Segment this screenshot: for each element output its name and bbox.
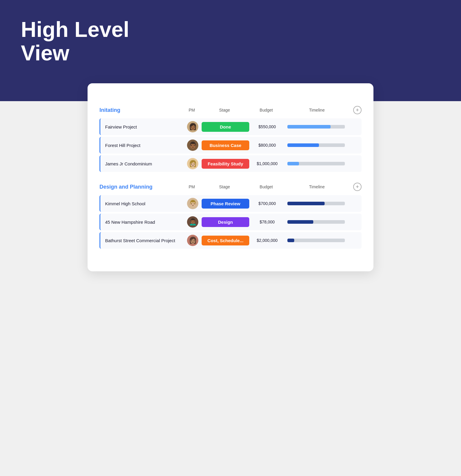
timeline-bar-fill [287,239,294,242]
project-name: James Jr Condominium [100,161,184,166]
col-label-stage: Stage [201,108,248,112]
col-label-pm: PM [183,108,201,112]
card-header [99,94,362,96]
project-name: Bathurst Street Commercial Project [100,238,184,243]
main-card: InitatingPMStageBudgetTimeline+Fairview … [88,83,373,271]
avatar: 👨🏼 [187,198,198,209]
stage-badge: Cost, Schedule... [202,236,249,245]
timeline-bar [285,202,350,205]
timeline-bar-background [287,220,345,224]
col-label-pm: PM [183,184,201,189]
section-title-design-planning: Design and Planning [99,184,183,190]
timeline-bar [285,220,350,224]
budget-value: $800,000 [249,143,285,148]
table-row[interactable]: Bathurst Street Commercial Project👩🏽Cost… [99,232,362,249]
timeline-bar-fill [287,143,319,147]
timeline-bar [285,162,350,165]
add-project-button-design-planning[interactable]: + [353,183,362,191]
col-label-budget: Budget [248,108,284,112]
avatar: 👩🏽 [187,235,198,246]
more-options-button[interactable] [357,94,362,96]
timeline-bar-background [287,125,345,129]
avatar: 👨🏾 [187,140,198,151]
table-row[interactable]: Kimmel High School👨🏼Phase Review$700,000 [99,195,362,212]
hero-title: High LevelView [21,18,129,65]
section-design-planning: Design and PlanningPMStageBudgetTimeline… [99,183,362,249]
timeline-bar-fill [287,220,313,224]
timeline-bar-background [287,239,345,242]
budget-value: $2,000,000 [249,238,285,243]
project-name: Kimmel High School [100,201,184,206]
stage-badge: Done [202,122,249,132]
budget-value: $700,000 [249,201,285,206]
col-label-stage: Stage [201,184,248,189]
sections-container: InitatingPMStageBudgetTimeline+Fairview … [99,106,362,249]
avatar: 👩🏼 [187,158,198,169]
table-row[interactable]: Fairview Project👩🏾Done$550,000 [99,118,362,135]
timeline-bar-background [287,143,345,147]
budget-value: $1,000,000 [249,161,285,166]
add-project-button-initiating[interactable]: + [353,106,362,114]
timeline-bar-fill [287,202,325,205]
project-name: Fairview Project [100,124,184,129]
timeline-bar [285,143,350,147]
avatar: 👩🏾 [187,121,198,132]
stage-badge: Design [202,217,249,227]
project-name: 45 New Hampshire Road [100,220,184,225]
timeline-bar-fill [287,125,331,129]
timeline-bar-background [287,162,345,165]
col-label-timeline: Timeline [284,184,350,189]
table-row[interactable]: James Jr Condominium👩🏼Feasibility Study$… [99,155,362,172]
section-header-initiating: InitatingPMStageBudgetTimeline+ [99,106,362,115]
project-name: Forest Hill Project [100,143,184,148]
timeline-bar [285,125,350,129]
timeline-bar [285,239,350,242]
section-header-design-planning: Design and PlanningPMStageBudgetTimeline… [99,183,362,192]
stage-badge: Phase Review [202,199,249,209]
timeline-bar-background [287,202,345,205]
col-label-timeline: Timeline [284,108,350,112]
section-initiating: InitatingPMStageBudgetTimeline+Fairview … [99,106,362,172]
section-title-initiating: Initating [99,107,183,113]
col-label-budget: Budget [248,184,284,189]
card-wrapper: InitatingPMStageBudgetTimeline+Fairview … [0,83,461,271]
budget-value: $550,000 [249,124,285,129]
table-row[interactable]: Forest Hill Project👨🏾Business Case$800,0… [99,137,362,154]
budget-value: $78,000 [249,220,285,224]
timeline-bar-fill [287,162,299,165]
stage-badge: Feasibility Study [202,159,249,169]
stage-badge: Business Case [202,140,249,150]
avatar: 👨🏾‍🦱 [187,216,198,228]
table-row[interactable]: 45 New Hampshire Road👨🏾‍🦱Design$78,000 [99,214,362,230]
